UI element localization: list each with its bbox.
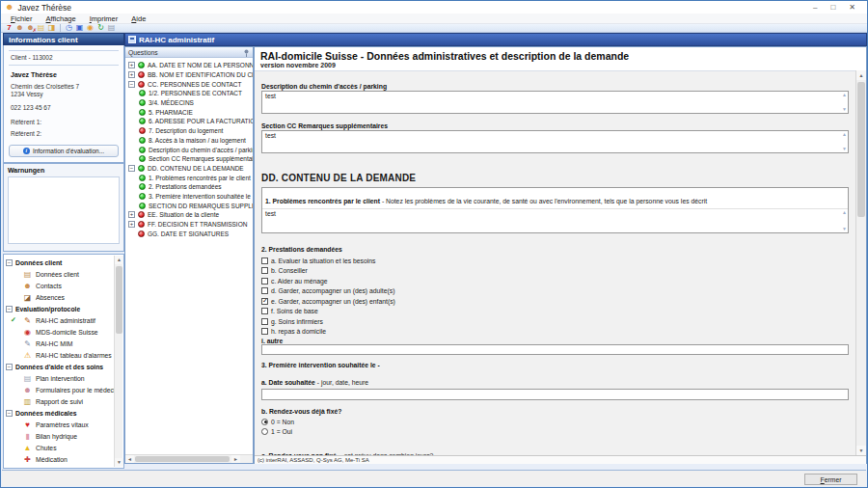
tree-item-8-acces-a-la-maison-au-logemen[interactable]: 8. Accès à la maison / au logement <box>125 136 253 146</box>
radio-selected[interactable] <box>261 419 268 425</box>
tree-item-aa-date-et-nom-de-la-personne-[interactable]: +AA. DATE ET NOM DE LA PERSONNE QUI AD <box>125 61 253 70</box>
checkbox-unchecked[interactable] <box>261 328 268 335</box>
nav-item-bilan-hydrique[interactable]: ▮Bilan hydrique <box>6 430 114 442</box>
nav-item-plan-intervention[interactable]: ▤Plan intervention <box>6 372 114 384</box>
notes-icon[interactable]: ▤ <box>36 24 46 32</box>
tree-item-ff-decision-et-transmission[interactable]: +FF. DECISION ET TRANSMISSION <box>125 220 253 230</box>
collapse-icon[interactable]: − <box>6 410 13 417</box>
minimize-button[interactable]: – <box>813 3 817 13</box>
sidebar-nav-scrollbar[interactable]: ▲ ▼ <box>114 256 122 467</box>
nav-item-allergies-diagnostic-pandemie[interactable]: ❀Allergies/diagnostic/pandémie <box>6 465 114 469</box>
tree-item-section-dd-remarques-supplemen[interactable]: SECTION DD REMARQUES SUPPLEMENT <box>125 201 253 210</box>
close-button[interactable]: Fermer <box>804 474 857 485</box>
nav-group-donnees-client[interactable]: −Données client <box>6 257 114 268</box>
q2-other-input[interactable] <box>261 344 849 355</box>
nav-item-rapport-de-suivi[interactable]: ▥Rapport de suivi <box>6 395 114 407</box>
q2-option-d-garder-accompagner-un-d[interactable]: d. Garder, accompagner un (des) adulte(s… <box>261 286 849 297</box>
tree-item-3-premiere-intervention-souhai[interactable]: 3. Première intervention souhaitée le <box>125 192 253 202</box>
menu-affichage[interactable]: Affichage <box>40 14 83 23</box>
seven-badge-icon[interactable]: 7 <box>4 24 14 32</box>
checkbox-unchecked[interactable] <box>261 287 268 294</box>
q2-option-a-evaluer-la-situation-et[interactable]: a. Evaluer la situation et les besoins <box>261 256 849 266</box>
menu-imprimer[interactable]: Imprimer <box>83 14 125 23</box>
tree-item-description-du-chemin-d-acces-[interactable]: Description du chemin d'accès / parking <box>125 145 253 154</box>
nav-item-rai-hc-tableau-d-alarmes[interactable]: ⚠RAI-HC tableau d'alarmes <box>6 349 114 361</box>
checkbox-unchecked[interactable] <box>261 308 268 314</box>
save-icon[interactable]: ▣ <box>74 24 85 32</box>
checkbox-unchecked[interactable] <box>261 318 268 325</box>
nav-item-rai-hc-administratif[interactable]: ✓✎RAI-HC administratif <box>6 314 114 326</box>
evaluation-info-button[interactable]: i Information d'évaluation... <box>9 145 119 157</box>
client-person-icon[interactable]: ☻ <box>14 24 25 32</box>
nav-item-medication[interactable]: ✚Médication <box>6 453 114 465</box>
tree-item-dd-contenu-de-la-demande[interactable]: −DD. CONTENU DE LA DEMANDE <box>125 164 253 174</box>
tree-item-ee-situation-de-la-cliente[interactable]: +EE. Situation de la cliente <box>125 210 253 220</box>
tree-item-section-cc-remarques-supplemen[interactable]: Section CC Remarques supplémentaires <box>125 154 253 164</box>
nav-item-mds-domicile-suisse[interactable]: ◉MDS-domicile Suisse <box>6 326 114 338</box>
collapse-icon[interactable]: − <box>6 259 13 266</box>
scroll-left-icon[interactable]: ◄ <box>125 455 134 463</box>
tree-item-gg-date-et-signatures[interactable]: GG. DATE ET SIGNATURES <box>125 229 253 238</box>
print-preview-icon[interactable]: ▤ <box>106 24 117 32</box>
q3b-option-1-oui[interactable]: 1 = Oui <box>261 426 849 436</box>
scroll-up-icon[interactable]: ▲ <box>856 70 866 80</box>
nav-group-donnees-medicales[interactable]: −Données médicales <box>6 407 114 419</box>
scroll-down-icon[interactable]: ▼ <box>856 446 866 455</box>
nav-item-rai-hc-mim[interactable]: ✎RAI-HC MIM <box>6 338 114 349</box>
expand-plus-icon[interactable]: + <box>128 62 135 68</box>
radio-unselected[interactable] <box>261 428 268 435</box>
q2-option-h-repas-a-domicile[interactable]: h. repas à domicile <box>261 327 849 338</box>
menu-fichier[interactable]: Fichier <box>4 14 40 23</box>
collapse-icon[interactable]: − <box>6 364 13 370</box>
refresh-icon[interactable]: ↻ <box>95 24 106 32</box>
checkbox-unchecked[interactable] <box>261 258 268 264</box>
tree-item-1-problemes-rencontres-par-le-[interactable]: 1. Problèmes rencontrés par le client <box>125 173 253 182</box>
lock-icon[interactable]: ◉ <box>85 24 95 32</box>
checkbox-unchecked[interactable] <box>261 278 268 285</box>
scroll-up-icon[interactable]: ▲ <box>115 256 123 264</box>
tree-item-1-2-personnes-de-contact[interactable]: 1/2. PERSONNES DE CONTACT <box>125 89 253 98</box>
nav-item-donnees-client[interactable]: ▤Données client <box>6 268 114 280</box>
checkbox-checked[interactable] <box>261 298 268 305</box>
nav-item-parametres-vitaux[interactable]: ♥Paramètres vitaux <box>6 419 114 430</box>
nav-item-formulaires-pour-le-medecin[interactable]: ☻Formulaires pour le médecin <box>6 384 114 395</box>
menu-aide[interactable]: Aide <box>124 14 152 23</box>
expand-minus-icon[interactable]: − <box>128 81 135 88</box>
tree-item-6-adresse-pour-la-facturation[interactable]: 6. ADRESSE POUR LA FACTURATION <box>125 117 253 126</box>
history-clock-icon[interactable]: ◷ <box>64 24 74 32</box>
maximize-button[interactable]: □ <box>830 3 835 13</box>
tree-item-bb-nom-et-identification-du-cl[interactable]: +BB. NOM ET IDENTIFICATION DU CLIENT <box>125 70 253 80</box>
scroll-thumb[interactable] <box>116 266 122 334</box>
scroll-thumb[interactable] <box>135 456 230 462</box>
tree-item-5-pharmacie[interactable]: 5. PHARMACIE <box>125 107 253 117</box>
nav-item-chutes[interactable]: ▲Chutes <box>6 442 114 453</box>
q3a-date-input[interactable] <box>261 389 849 400</box>
expand-plus-icon[interactable]: + <box>128 71 135 78</box>
expand-plus-icon[interactable]: + <box>128 221 135 228</box>
q2-option-f-soins-de-base[interactable]: f. Soins de base <box>261 307 849 317</box>
checkbox-unchecked[interactable] <box>261 267 268 274</box>
cc-remarks-textarea[interactable]: test ▲▼ <box>261 130 849 153</box>
tree-item-cc-personnes-de-contact[interactable]: −CC. PERSONNES DE CONTACT <box>125 79 253 89</box>
expand-minus-icon[interactable]: − <box>128 165 135 172</box>
form-vscrollbar[interactable]: ▲ ▼ <box>855 70 866 455</box>
access-path-textarea[interactable]: test ▲▼ <box>261 91 849 114</box>
tree-item-2-prestations-demandees[interactable]: 2. Prestations demandées <box>125 182 253 192</box>
tree-item-3-4-medecins[interactable]: 3/4. MÉDECINS <box>125 98 253 108</box>
contact-card-icon[interactable]: ◨ <box>46 24 57 32</box>
nav-group-evaluation-protocole[interactable]: −Evaluation/protocole <box>6 303 114 314</box>
tree-item-7-description-du-logement[interactable]: 7. Description du logement <box>125 126 253 136</box>
scroll-right-icon[interactable]: ► <box>231 455 240 463</box>
questions-hscrollbar[interactable]: ◄ ► <box>125 454 253 463</box>
scroll-down-icon[interactable]: ▼ <box>115 458 123 467</box>
q2-option-c-aider-au-menage[interactable]: c. Aider au ménage <box>261 276 849 286</box>
q3b-option-0-non[interactable]: 0 = Non <box>261 417 849 426</box>
scroll-thumb[interactable] <box>857 82 865 217</box>
nav-group-donnees-d-aide-et-des-soins[interactable]: −Données d'aide et des soins <box>6 361 114 372</box>
nav-item-absences[interactable]: ◪Absences <box>6 291 114 303</box>
q2-option-g-soins-infirmiers[interactable]: g. Soins infirmiers <box>261 316 849 327</box>
client-remove-icon[interactable]: ☻✗ <box>25 24 36 32</box>
q1-problems-textarea[interactable]: test ▲▼ <box>262 209 848 232</box>
close-window-button[interactable]: ✕ <box>849 3 855 13</box>
nav-item-contacts[interactable]: ☻Contacts <box>6 280 114 291</box>
